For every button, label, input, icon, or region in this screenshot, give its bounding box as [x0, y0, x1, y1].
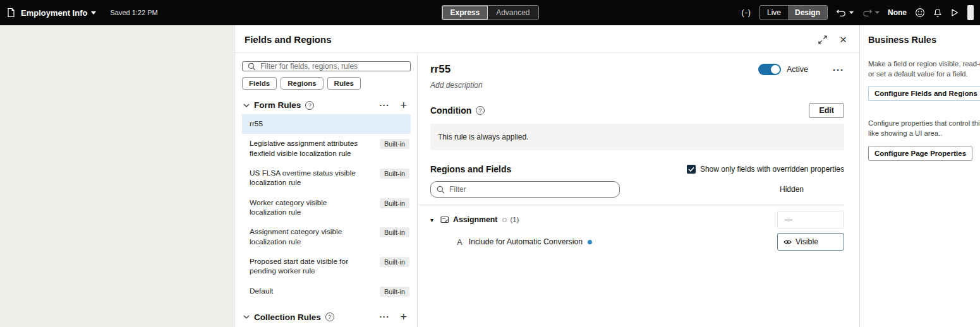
built-in-badge: Built-in [380, 139, 409, 149]
eye-icon [783, 239, 792, 245]
chevron-down-icon[interactable] [243, 315, 250, 319]
search-icon [437, 186, 445, 194]
top-bar: Employment Info Saved 1:22 PM Express Ad… [0, 0, 980, 25]
rule-item[interactable]: US FLSA overtime status visible localiza… [242, 164, 411, 193]
fields-and-regions-panel: Fields and Regions × Fields Reg [234, 25, 859, 327]
undo-history-caret-icon[interactable] [849, 11, 854, 14]
built-in-badge: Built-in [380, 287, 409, 297]
feedback-smiley-icon[interactable] [915, 8, 925, 18]
rule-item-label: US FLSA overtime status visible localiza… [250, 169, 365, 188]
condition-summary: This rule is always applied. [430, 124, 844, 150]
undo-icon[interactable] [836, 9, 847, 17]
page-title: Employment Info [21, 8, 87, 18]
notifications-bell-icon[interactable] [933, 8, 942, 18]
close-icon[interactable]: × [840, 36, 847, 44]
configure-fields-and-regions-button[interactable]: Configure Fields and Regions [868, 86, 980, 101]
built-in-badge: Built-in [380, 227, 409, 237]
toggle-knob [771, 65, 780, 74]
divider [418, 205, 844, 205]
redo-icon[interactable] [862, 9, 873, 17]
rule-title: rr55 [430, 63, 451, 76]
form-rules-list: rr55 Legislative assignment attributes f… [242, 114, 411, 302]
search-icon [248, 62, 256, 71]
sidebar-intro-text: Make a field or region visible, read-onl… [868, 59, 980, 80]
field-row-include-for-automatic-conversion[interactable]: A Include for Automatic Conversion Visib… [430, 233, 844, 251]
edit-condition-button[interactable]: Edit [809, 103, 844, 118]
region-label: Assignment [453, 215, 497, 224]
overridden-filter-label: Show only fields with overridden propert… [700, 165, 844, 174]
rule-overflow-menu-icon[interactable]: ··· [833, 64, 844, 75]
rule-item-label: Legislative assignment attributes flexfi… [250, 139, 365, 158]
rule-item-label: Assignment category visible localization… [250, 227, 365, 247]
built-in-badge: Built-in [380, 198, 409, 208]
built-in-badge: Built-in [380, 257, 409, 267]
express-mode-button[interactable]: Express [442, 6, 488, 20]
preview-play-icon[interactable] [950, 8, 959, 17]
panel-title: Fields and Regions [245, 34, 332, 45]
design-button[interactable]: Design [788, 6, 827, 20]
mode-switcher: Express Advanced [441, 5, 538, 20]
redo-history-caret-icon[interactable] [875, 11, 880, 14]
hidden-column-header: Hidden [777, 185, 804, 194]
chip-fields[interactable]: Fields [242, 77, 277, 90]
rule-item[interactable]: Default Built-in [242, 282, 411, 302]
active-toggle[interactable] [758, 64, 781, 75]
advanced-mode-button[interactable]: Advanced [488, 6, 538, 20]
code-icon[interactable]: (-) [741, 8, 751, 17]
add-form-rule-icon[interactable]: + [400, 101, 407, 110]
overridden-filter-checkbox[interactable] [687, 165, 696, 174]
undo-group [836, 9, 854, 17]
save-status: Saved 1:22 PM [110, 9, 157, 16]
help-icon[interactable]: ? [305, 101, 314, 110]
help-icon[interactable]: ? [476, 106, 485, 115]
live-button[interactable]: Live [760, 6, 788, 20]
check-icon [688, 167, 694, 172]
rule-item[interactable]: Worker category visible localization rul… [242, 193, 411, 223]
document-icon [6, 8, 16, 18]
fields-filter-input[interactable] [449, 185, 614, 194]
configure-page-properties-button[interactable]: Configure Page Properties [868, 146, 972, 161]
rule-item-label: Default [250, 287, 273, 296]
redo-group [862, 9, 880, 17]
live-design-switcher: Live Design [759, 5, 828, 20]
chevron-down-icon [91, 11, 96, 15]
visibility-selector[interactable]: Visible [777, 233, 844, 251]
rules-list-pane: Fields Regions Rules Form Rules ? ··· + … [234, 53, 417, 327]
rule-item-label: Proposed start date visible for pending … [250, 257, 365, 276]
text-field-icon: A [457, 237, 463, 247]
rule-detail-pane: rr55 Active ··· Add description Conditio… [417, 53, 859, 327]
condition-title: Condition [430, 105, 471, 116]
chevron-down-icon[interactable] [243, 104, 250, 107]
add-collection-rule-icon[interactable]: + [400, 312, 407, 321]
help-icon[interactable]: ? [325, 312, 334, 321]
page-switcher[interactable]: Employment Info [21, 8, 96, 18]
avatar[interactable] [967, 5, 974, 20]
region-hidden-value[interactable]: — [777, 211, 844, 229]
expand-panel-icon[interactable] [818, 35, 827, 44]
rules-search [242, 61, 411, 71]
chip-regions[interactable]: Regions [281, 77, 323, 90]
rule-item-label: Worker category visible localization rul… [250, 198, 365, 218]
built-in-badge: Built-in [380, 169, 409, 179]
region-icon [440, 215, 449, 224]
rules-search-input[interactable] [260, 62, 405, 71]
rule-item-rr55[interactable]: rr55 [242, 114, 411, 134]
rule-item[interactable]: Proposed start date visible for pending … [242, 252, 411, 282]
sidebar-title: Business Rules [868, 35, 980, 45]
rule-item[interactable]: Assignment category visible localization… [242, 222, 411, 252]
active-label: Active [787, 65, 808, 74]
region-row-assignment[interactable]: ▾ Assignment (1) — [430, 211, 844, 229]
chip-rules[interactable]: Rules [327, 77, 361, 90]
sidebar-properties-text: Configure properties that control things… [868, 118, 980, 139]
collection-rules-title: Collection Rules [254, 312, 321, 322]
regions-and-fields-title: Regions and Fields [430, 164, 511, 174]
sandbox-status: None [888, 8, 907, 17]
override-indicator-icon [502, 218, 507, 222]
rule-item[interactable]: Legislative assignment attributes flexfi… [242, 134, 411, 164]
visibility-value: Visible [795, 237, 818, 246]
tree-collapse-icon[interactable]: ▾ [430, 217, 440, 223]
field-label: Include for Automatic Conversion [469, 237, 583, 246]
form-rules-overflow-icon[interactable]: ··· [379, 103, 389, 108]
add-description-field[interactable]: Add description [430, 81, 844, 90]
collection-rules-overflow-icon[interactable]: ··· [379, 314, 389, 319]
